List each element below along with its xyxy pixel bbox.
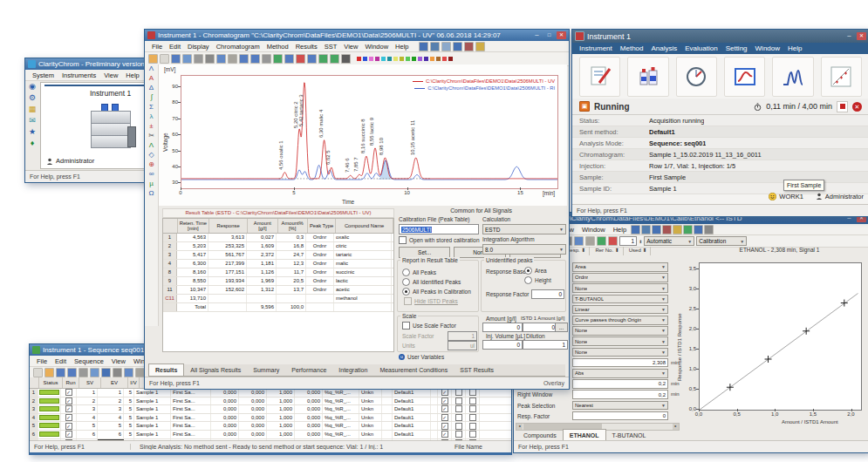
option-cell[interactable] bbox=[452, 422, 466, 430]
field-input-11[interactable]: 0,2 bbox=[572, 379, 668, 389]
chrom-menu-icon-4[interactable] bbox=[464, 42, 474, 51]
result-table-row[interactable]: C1113,710methanol bbox=[163, 295, 393, 303]
checkbox-checked-icon[interactable]: ✓ bbox=[441, 389, 448, 396]
palette-color-1[interactable] bbox=[363, 57, 367, 61]
chrom-tool-icon-3[interactable] bbox=[182, 54, 192, 64]
peak-tool-icon[interactable]: Δ bbox=[149, 84, 154, 92]
checkbox-checked-icon[interactable]: ✓ bbox=[65, 431, 72, 438]
minimize-button[interactable]: ─ bbox=[844, 32, 854, 40]
chromatogram-peaks-icon[interactable] bbox=[772, 57, 813, 97]
run-cell[interactable]: ✓ bbox=[61, 431, 77, 438]
menu-item-file[interactable]: File bbox=[33, 357, 51, 365]
cal-tool-icon-7[interactable] bbox=[597, 236, 606, 246]
micro-tool-icon[interactable]: µ bbox=[149, 180, 154, 188]
dilution-input[interactable]: 1 bbox=[523, 340, 568, 350]
menu-item-evaluation[interactable]: Evaluation bbox=[681, 44, 721, 52]
run-cell[interactable]: ✓ bbox=[61, 389, 77, 397]
palette-color-14[interactable] bbox=[442, 57, 447, 61]
option-cell[interactable] bbox=[452, 397, 466, 405]
menu-item-analysis[interactable]: Analysis bbox=[647, 44, 680, 52]
titlebar[interactable]: Instrument 1 - Chromatogram "C:\ClarityC… bbox=[145, 30, 569, 41]
chrom-tool-icon-0[interactable] bbox=[148, 54, 158, 64]
palette-color-4[interactable] bbox=[381, 57, 386, 61]
sequence-row[interactable]: 3✓335Sample 1First Sa...0,0000,0001,0000… bbox=[30, 405, 511, 414]
overlay-toggle[interactable]: Overlay bbox=[543, 380, 564, 386]
palette-color-8[interactable] bbox=[406, 57, 410, 61]
compound-number-spinner[interactable]: 1 bbox=[619, 236, 637, 246]
sum-tool-icon[interactable]: Σ bbox=[149, 103, 154, 112]
chrom-tool-icon-12[interactable] bbox=[284, 54, 294, 64]
omega-tool-icon[interactable]: Ω bbox=[149, 189, 154, 198]
cut-tool-icon[interactable]: ✂ bbox=[148, 132, 154, 140]
result-table-row[interactable]: 35,417561,7672,37224,7Ordnrtartaric bbox=[163, 251, 393, 260]
titlebar[interactable]: Instrument 1 ─ ✕ bbox=[572, 30, 868, 43]
single-analysis-icon[interactable] bbox=[579, 57, 620, 97]
maximize-button[interactable]: □ bbox=[544, 31, 554, 39]
user-variables-button[interactable]: u User Variables bbox=[399, 354, 444, 360]
overlay-tool-icon[interactable]: Λ bbox=[149, 65, 154, 73]
seq-tool-icon-1[interactable] bbox=[44, 368, 54, 377]
option-cell[interactable]: ✓ bbox=[438, 405, 452, 413]
istd-amount-input[interactable]: 0 bbox=[523, 323, 557, 332]
report-option-all-peaks-in-calibration[interactable]: All Peaks in Calibration bbox=[402, 288, 471, 296]
hide-istd-option[interactable]: Hide ISTD Peaks bbox=[404, 297, 458, 305]
key-icon[interactable]: ♦ bbox=[31, 139, 35, 147]
inj-volume-input[interactable]: 0 bbox=[482, 340, 523, 350]
close-button[interactable]: ✕ bbox=[557, 31, 566, 39]
chrom-menu-icon-2[interactable] bbox=[441, 42, 451, 51]
seq-tool-icon-8[interactable] bbox=[124, 368, 133, 377]
checkbox-checked-icon[interactable]: ✓ bbox=[441, 414, 448, 421]
cal-menu-icon-2[interactable] bbox=[652, 225, 661, 234]
cal-menu-icon-5[interactable] bbox=[683, 225, 693, 234]
gear-icon[interactable]: ⚙ bbox=[29, 94, 36, 102]
sequence-row[interactable]: 4✓445Sample 1First Sa...0,0000,0001,0000… bbox=[30, 414, 511, 423]
chrom-tool-icon-2[interactable] bbox=[171, 54, 181, 64]
checkbox-checked-icon[interactable]: ✓ bbox=[441, 431, 448, 438]
tab-all-signals-results[interactable]: All Signals Results bbox=[184, 364, 247, 376]
radio-icon[interactable] bbox=[402, 288, 410, 296]
cal-menu-icon-1[interactable] bbox=[641, 225, 651, 234]
checkbox-icon[interactable] bbox=[469, 389, 476, 396]
radio-icon[interactable] bbox=[524, 276, 532, 284]
palette-color-0[interactable] bbox=[357, 57, 361, 61]
result-table-row[interactable]: 1110,347152,6021,31213,7Ordnracetic bbox=[163, 286, 393, 295]
mode-select[interactable]: Automatic▼ bbox=[644, 236, 694, 246]
option-cell[interactable] bbox=[466, 405, 480, 413]
option-cell[interactable] bbox=[466, 414, 480, 422]
radio-icon[interactable] bbox=[524, 267, 532, 275]
star-icon[interactable]: ★ bbox=[29, 128, 36, 136]
units-input[interactable]: ul bbox=[448, 341, 477, 350]
scroll-left-icon[interactable]: ◂ bbox=[516, 424, 523, 430]
chrom-menu-icon-0[interactable] bbox=[419, 42, 428, 51]
checkbox-icon[interactable] bbox=[455, 389, 462, 396]
tab-sst-results[interactable]: SST Results bbox=[454, 364, 500, 376]
checkbox-icon[interactable] bbox=[404, 297, 412, 305]
checkbox-icon[interactable] bbox=[469, 405, 476, 412]
menu-item-instruments[interactable]: Instruments bbox=[58, 71, 99, 79]
radio-icon[interactable] bbox=[402, 278, 410, 286]
open-stored-calibration-option[interactable]: Open with stored calibration bbox=[399, 236, 480, 244]
baseline-tool-icon[interactable]: ± bbox=[149, 122, 153, 131]
option-cell[interactable] bbox=[466, 389, 480, 397]
tab-performance[interactable]: Performance bbox=[285, 364, 332, 376]
valley-tool-icon[interactable]: Λ bbox=[149, 141, 154, 150]
menu-item-edit[interactable]: Edit bbox=[166, 43, 184, 51]
result-table-row[interactable]: 98,550193,9341,96920,5Ordnrlactic bbox=[163, 277, 393, 286]
chrom-tool-icon-8[interactable] bbox=[239, 54, 249, 64]
radio-icon[interactable] bbox=[402, 268, 410, 276]
chrom-menu-icon-3[interactable] bbox=[453, 42, 462, 51]
palette-color-2[interactable] bbox=[369, 57, 373, 61]
user-icon[interactable]: ◉ bbox=[29, 83, 36, 91]
mail-icon[interactable]: ✉ bbox=[29, 117, 36, 125]
checkbox-icon[interactable] bbox=[469, 397, 476, 404]
menu-item-help[interactable]: Help bbox=[392, 43, 412, 51]
abort-button[interactable]: ✕ bbox=[852, 102, 862, 112]
seq-tool-icon-3[interactable] bbox=[67, 368, 77, 377]
integration-select[interactable]: 8.0▼ bbox=[482, 244, 566, 255]
sequence-row[interactable]: 2✓225Sample 1First Sa...0,0000,0001,0000… bbox=[30, 397, 511, 406]
checkbox-icon[interactable] bbox=[455, 423, 462, 430]
chromatogram-plot[interactable]: [mV] Voltage 4,56 oxalic 15,20 citric 25… bbox=[159, 65, 567, 206]
spinner-arrows-icon[interactable]: ⬍ bbox=[639, 239, 642, 244]
response-base-option-height[interactable]: Height bbox=[524, 276, 551, 284]
menu-item-help[interactable]: Help bbox=[610, 226, 630, 234]
